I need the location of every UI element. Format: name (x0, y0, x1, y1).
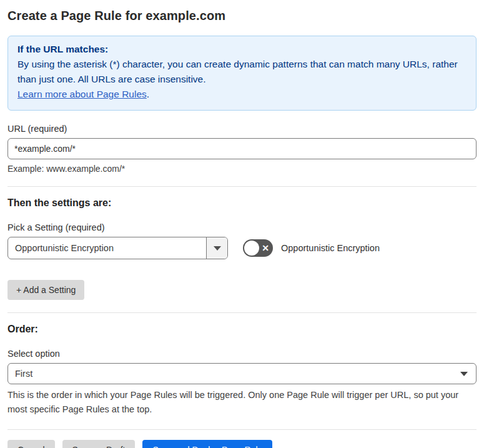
x-icon: ✕ (262, 244, 269, 252)
page-rule-form: Create a Page Rule for example.com If th… (0, 0, 484, 448)
info-box-body: By using the asterisk (*) character, you… (17, 57, 467, 87)
caret-down-icon (460, 372, 468, 376)
learn-more-link[interactable]: Learn more about Page Rules (17, 89, 147, 99)
settings-section-heading: Then the settings are: (7, 197, 477, 209)
cancel-button[interactable]: Cancel (7, 440, 55, 448)
info-box-link-row: Learn more about Page Rules. (17, 87, 467, 102)
order-select-label: Select option (7, 349, 477, 359)
info-box-heading: If the URL matches: (17, 42, 467, 57)
setting-picker-label: Pick a Setting (required) (7, 222, 477, 232)
dropdown-arrow-button[interactable] (206, 237, 227, 259)
url-input[interactable] (7, 138, 477, 159)
add-setting-button[interactable]: + Add a Setting (7, 280, 84, 300)
opportunistic-encryption-toggle[interactable]: ✕ (243, 239, 273, 257)
save-as-draft-button[interactable]: Save as Draft (62, 440, 136, 448)
save-and-deploy-button[interactable]: Save and Deploy Page Rule (142, 440, 272, 448)
order-select-value: First (15, 369, 32, 379)
link-suffix: . (147, 89, 149, 99)
url-example-text: Example: www.example.com/* (7, 164, 477, 174)
order-section-heading: Order: (7, 324, 477, 335)
divider (7, 429, 477, 430)
toggle-label: Opportunistic Encryption (281, 243, 380, 253)
setting-picker-value: Opportunistic Encryption (8, 237, 206, 259)
setting-picker-dropdown[interactable]: Opportunistic Encryption (7, 237, 228, 259)
divider (7, 312, 477, 313)
setting-row: Opportunistic Encryption ✕ Opportunistic… (7, 237, 477, 259)
toggle-knob (244, 241, 259, 256)
order-help-text: This is the order in which your Page Rul… (7, 388, 473, 417)
page-title: Create a Page Rule for example.com (7, 9, 477, 23)
order-select[interactable]: First (7, 363, 477, 384)
divider (7, 186, 477, 187)
caret-down-icon (214, 246, 221, 251)
url-match-info-box: If the URL matches: By using the asteris… (7, 36, 477, 111)
url-field-label: URL (required) (7, 124, 477, 134)
action-button-row: Cancel Save as Draft Save and Deploy Pag… (7, 440, 477, 448)
